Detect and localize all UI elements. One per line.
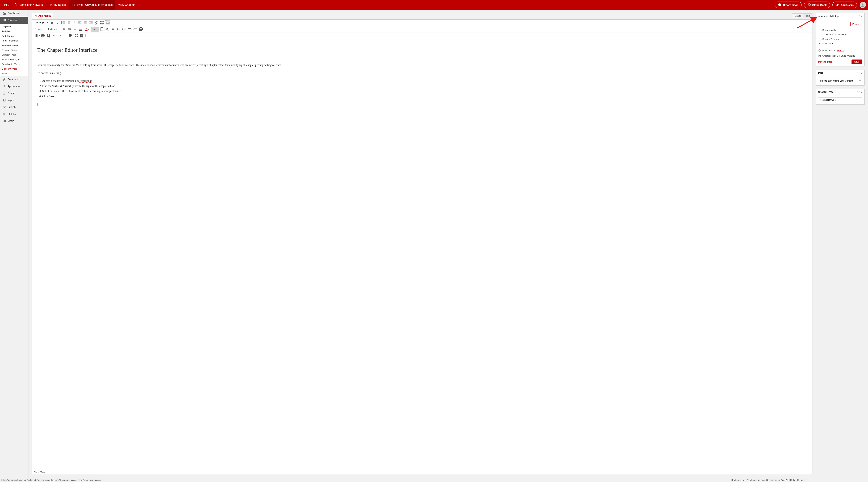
checkbox-label: Show Title xyxy=(823,42,833,45)
chapter-type-select[interactable]: No chapter type xyxy=(818,97,862,102)
help-button[interactable]: ? xyxy=(138,27,143,32)
ul-button[interactable] xyxy=(61,20,66,25)
chevron-down-icon[interactable]: ˅ xyxy=(859,15,860,18)
chevron-up-icon[interactable]: ˄ xyxy=(857,71,858,74)
nav-current-book[interactable]: Style - University of Arkansas xyxy=(69,0,115,10)
nav-my-books[interactable]: My Books xyxy=(46,0,68,10)
grid-button[interactable] xyxy=(74,33,79,38)
checkbox[interactable] xyxy=(818,38,821,40)
layout-button[interactable] xyxy=(85,33,90,38)
anchor-button[interactable] xyxy=(40,33,45,38)
chevron-up-icon[interactable]: ˄ xyxy=(857,91,858,93)
superscript-button[interactable]: X2 xyxy=(52,33,56,38)
sidebar-sub-item[interactable]: Glossary Terms xyxy=(0,48,28,53)
triangle-up-icon[interactable]: ▴ xyxy=(861,71,862,74)
clear-format-button[interactable] xyxy=(105,27,110,32)
sidebar-sub-item[interactable]: Add Part xyxy=(0,29,28,34)
link-button[interactable] xyxy=(94,20,99,25)
sidebar-item-export[interactable]: Export xyxy=(0,90,28,97)
browse-link[interactable]: Browse xyxy=(837,49,844,52)
subscript-button[interactable]: X2 xyxy=(57,33,62,38)
sidebar-sub-item[interactable]: Chapter Types xyxy=(0,53,28,57)
format-select[interactable]: Paragraph xyxy=(33,21,49,25)
sidebar-sub-item[interactable]: Trash xyxy=(0,71,28,76)
checkbox[interactable] xyxy=(818,42,821,45)
align-right-button[interactable] xyxy=(89,20,93,25)
add-users-button[interactable]: Add Users xyxy=(832,2,857,8)
bold-button[interactable]: B xyxy=(50,20,55,25)
italic-button[interactable]: I xyxy=(55,20,60,25)
sidebar-item-appearance[interactable]: Appearance xyxy=(0,83,28,90)
add-media-button[interactable]: Add Media xyxy=(32,13,53,19)
move-to-trash-link[interactable]: Move to Trash xyxy=(818,61,832,63)
formats-dropdown[interactable]: Formats xyxy=(33,27,46,31)
checkbox[interactable] xyxy=(818,29,821,31)
svg-text:?: ? xyxy=(140,28,142,31)
sidebar-sub-item[interactable]: Add Chapter xyxy=(0,34,28,38)
chevron-down-icon[interactable]: ˅ xyxy=(859,71,860,74)
chevron-down-icon[interactable]: ˅ xyxy=(859,91,860,93)
ltr-button[interactable] xyxy=(68,33,73,38)
sparkle-icon xyxy=(2,85,6,88)
strike-button[interactable]: ABC xyxy=(67,27,72,32)
ol-button[interactable]: 123 xyxy=(66,20,71,25)
logo[interactable]: PB xyxy=(2,3,10,7)
sidebar-sub-item[interactable]: Front Matter Types xyxy=(0,57,28,62)
readmore-button[interactable] xyxy=(100,20,104,25)
table-button[interactable] xyxy=(33,33,40,38)
avatar[interactable] xyxy=(860,2,866,8)
justify-button[interactable] xyxy=(78,27,83,32)
checkbox[interactable] xyxy=(822,33,825,36)
nav-view-chapter[interactable]: View Chapter xyxy=(116,0,137,10)
create-book-button[interactable]: Create Book xyxy=(775,2,802,8)
editor-content[interactable]: The Chapter Editor Interface You can als… xyxy=(32,39,812,470)
sidebar-item-media[interactable]: Media xyxy=(0,118,28,124)
camera-icon xyxy=(2,119,6,123)
nav-admin-network[interactable]: Administer Network xyxy=(11,0,45,10)
calculator-button[interactable] xyxy=(79,33,84,38)
bookmark-button[interactable] xyxy=(46,33,51,38)
align-left-button[interactable] xyxy=(78,20,82,25)
special-char-button[interactable]: Ω xyxy=(111,27,116,32)
sidebar-item-plugins[interactable]: Plugins xyxy=(0,110,28,118)
sidebar-item-dashboard[interactable]: Dashboard xyxy=(0,10,28,17)
bg-color-button[interactable]: A xyxy=(91,27,99,32)
svg-rect-20 xyxy=(100,21,104,22)
outdent-button[interactable] xyxy=(116,27,121,32)
preview-button[interactable]: Preview xyxy=(850,22,862,26)
underline-button[interactable]: U xyxy=(62,27,66,32)
sidebar-item-publish[interactable]: Publish xyxy=(0,104,28,110)
svg-text:T: T xyxy=(101,29,102,30)
sidebar-item-organize[interactable]: Organize xyxy=(0,17,28,24)
indent-button[interactable] xyxy=(122,27,127,32)
sidebar-sub-item[interactable]: Add Front Matter xyxy=(0,38,28,43)
sidebar-item-book-info[interactable]: Book Info xyxy=(0,76,28,83)
align-center-button[interactable] xyxy=(83,20,88,25)
clone-book-button[interactable]: Clone Book xyxy=(804,2,830,8)
paste-text-button[interactable]: T xyxy=(99,27,104,32)
code-button[interactable]: <> xyxy=(63,33,67,38)
undo-button[interactable] xyxy=(127,27,132,32)
sidebar-sub-item[interactable]: Glossary Types xyxy=(0,66,28,71)
tab-visual[interactable]: Visual xyxy=(792,13,803,18)
tab-text[interactable]: Text xyxy=(803,13,812,18)
doc-paragraph: You can also modify the "Show in Web" se… xyxy=(37,63,807,67)
triangle-up-icon[interactable]: ▴ xyxy=(861,91,862,93)
hr-button[interactable]: — xyxy=(73,27,78,32)
svg-point-37 xyxy=(82,36,82,36)
triangle-up-icon[interactable]: ▴ xyxy=(861,15,862,18)
button-label: Add Media xyxy=(38,14,51,17)
toolbar-toggle-button[interactable] xyxy=(105,20,110,25)
chevron-up-icon[interactable]: ˄ xyxy=(857,15,858,18)
sidebar-sub-item[interactable]: Back Matter Types xyxy=(0,62,28,66)
created-label: Created: xyxy=(823,55,831,57)
save-button[interactable]: Save xyxy=(851,60,862,64)
textboxes-dropdown[interactable]: Textboxes xyxy=(46,27,61,31)
svg-point-13 xyxy=(36,16,36,17)
sidebar-item-import[interactable]: Import xyxy=(0,97,28,104)
part-select[interactable]: Time to start writing your Content xyxy=(818,78,862,83)
quote-button[interactable]: “ xyxy=(72,20,77,25)
sidebar-sub-item[interactable]: Add Back Matter xyxy=(0,43,28,48)
text-color-button[interactable]: A xyxy=(84,27,90,32)
redo-button[interactable] xyxy=(133,27,138,32)
